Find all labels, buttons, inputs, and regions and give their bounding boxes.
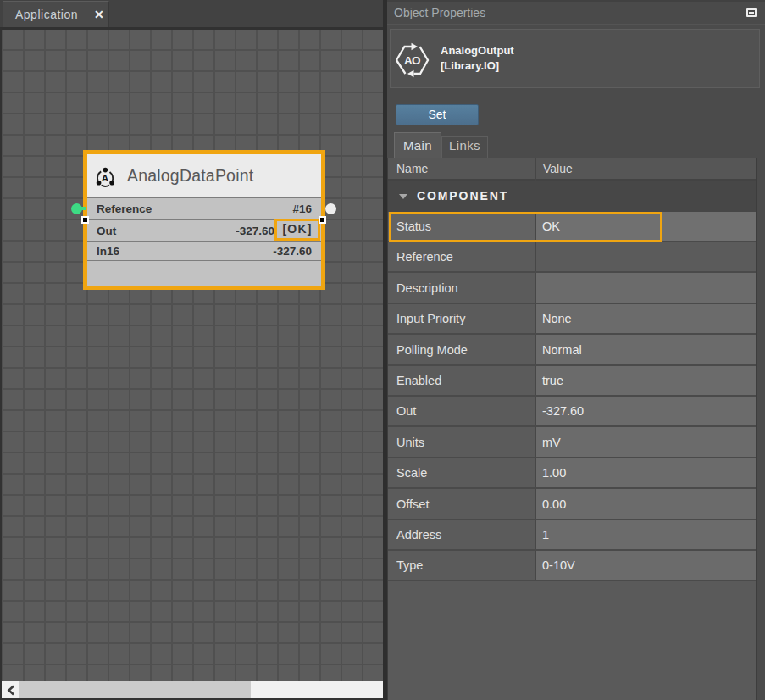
svg-text:A: A bbox=[102, 173, 108, 183]
svg-text:AO: AO bbox=[404, 54, 420, 67]
